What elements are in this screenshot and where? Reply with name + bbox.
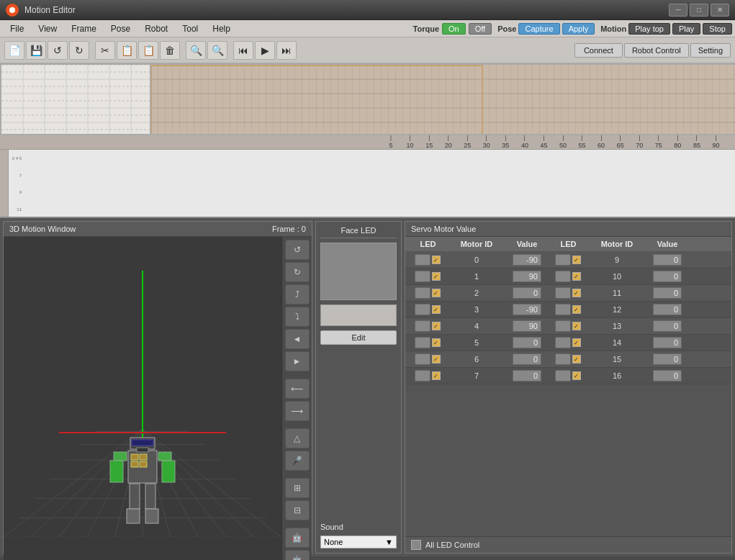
move-left-button[interactable]: ⟵ [285,379,310,399]
servo-val2-4[interactable]: 0 [646,318,689,334]
delete-button[interactable]: 🗑 [160,41,180,60]
triangle-btn[interactable]: △ [285,428,310,448]
servo-led1-3[interactable] [408,302,448,317]
zoom-button[interactable]: 🔍 [207,41,227,60]
servo-led2-5[interactable] [549,335,588,351]
setting-button[interactable]: Setting [690,43,731,58]
torque-off-button[interactable]: Off [469,23,492,35]
servo-val1-0[interactable]: -90 [505,252,549,268]
servo-val2-1[interactable]: 0 [646,268,689,284]
servo-led2-6[interactable] [549,351,588,367]
all-led-checkbox[interactable] [411,540,421,550]
servo-val1-4[interactable]: 90 [505,318,549,334]
servo-footer: All LED Control [405,536,731,553]
servo-led2-0[interactable] [549,252,588,268]
servo-motor-id2-6: 15 [588,351,646,367]
servo-val1-2[interactable]: 0 [505,285,549,301]
play-button[interactable]: Play [672,23,700,35]
svg-rect-54 [132,440,153,446]
servo-val2-2[interactable]: 0 [646,285,689,301]
servo-rows[interactable]: 0 -90 9 0 1 90 10 0 [405,252,731,536]
cut-button[interactable]: ✂ [95,41,115,60]
menu-pose[interactable]: Pose [104,22,137,35]
servo-led1-6[interactable] [408,351,448,367]
servo-val2-7[interactable]: 0 [646,368,689,384]
servo-table: LED Motor ID Value LED Motor ID Value 0 … [405,237,731,536]
minimize-button[interactable]: ─ [669,4,687,17]
servo-led1-7[interactable] [408,368,448,384]
servo-led1-4[interactable] [408,318,448,334]
new-button[interactable]: 📄 [4,41,24,60]
motion-group: Motion Play top Play Stop [600,23,732,35]
col-motor-id2: Motor ID [588,237,646,251]
timeline-grid[interactable]: 2 4 57911 [9,150,735,218]
title-text: Motion Editor [24,5,667,15]
grid-btn[interactable]: ⊞ [285,478,310,498]
servo-motor-id1-5: 5 [448,335,505,351]
undo-button[interactable]: ↺ [48,41,68,60]
pose-apply-button[interactable]: Apply [562,23,595,35]
face-led-edit-button[interactable]: Edit [320,330,397,345]
rewind-button[interactable]: ⏮ [233,41,253,60]
menu-tool[interactable]: Tool [175,22,205,35]
menu-robot[interactable]: Robot [137,22,175,35]
forward-button[interactable]: ⏭ [276,41,297,60]
motion-3d-viewport[interactable] [4,237,281,560]
tilt-up-button[interactable]: ⤴ [285,284,310,304]
play-btn[interactable]: ▶ [255,41,275,60]
maximize-button[interactable]: □ [690,4,708,17]
servo-led2-3[interactable] [549,302,588,317]
pose-capture-button[interactable]: Capture [518,23,559,35]
grid2-btn[interactable]: ⊟ [285,500,310,520]
close-button[interactable]: ✕ [711,4,729,17]
servo-val2-0[interactable]: 0 [646,252,689,268]
servo-val2-3[interactable]: 0 [646,302,689,317]
servo-val1-3[interactable]: -90 [505,302,549,317]
servo-led1-5[interactable] [408,335,448,351]
servo-val2-5[interactable]: 0 [646,335,689,351]
rotate-left-button[interactable]: ↺ [285,240,310,260]
servo-led1-0[interactable] [408,252,448,268]
sound-select[interactable]: None ▼ [320,536,397,548]
pan-left-button[interactable]: ◄ [285,329,310,349]
ruler-tick-15: 15 [425,135,433,149]
move-right-button[interactable]: ⟶ [285,401,310,421]
robot-a-button[interactable]: 🤖 [285,528,310,548]
menu-file[interactable]: File [3,22,31,35]
servo-led1-2[interactable] [408,285,448,301]
connect-button[interactable]: Connect [574,43,623,58]
robot-b-button[interactable]: 🤖 [285,550,310,560]
menu-frame[interactable]: Frame [64,22,104,35]
servo-led2-2[interactable] [549,285,588,301]
search-button[interactable]: 🔍 [186,41,206,60]
svg-rect-52 [131,461,138,467]
stop-button[interactable]: Stop [703,23,732,35]
servo-val2-6[interactable]: 0 [646,351,689,367]
torque-on-button[interactable]: On [442,23,466,35]
redo-button[interactable]: ↻ [69,41,89,60]
servo-val1-7[interactable]: 0 [505,368,549,384]
servo-val1-6[interactable]: 0 [505,351,549,367]
svg-rect-49 [145,509,158,523]
paste-button[interactable]: 📋 [138,41,158,60]
robot-control-button[interactable]: Robot Control [624,43,689,58]
servo-val1-1[interactable]: 90 [505,268,549,284]
mic-button[interactable]: 🎤 [285,451,310,471]
servo-panel: Servo Motor Value LED Motor ID Value LED… [405,221,732,554]
svg-rect-44 [158,452,171,461]
copy-button[interactable]: 📋 [117,41,137,60]
menu-help[interactable]: Help [205,22,238,35]
menu-view[interactable]: View [31,22,64,35]
rotate-right-button[interactable]: ↻ [285,262,310,282]
servo-led1-1[interactable] [408,268,448,284]
save-button[interactable]: 💾 [26,41,46,60]
svg-rect-53 [140,461,147,467]
servo-led2-4[interactable] [549,318,588,334]
servo-led2-1[interactable] [549,268,588,284]
play-top-button[interactable]: Play top [628,23,670,35]
servo-led2-7[interactable] [549,368,588,384]
pan-right-button[interactable]: ► [285,351,310,371]
servo-val1-5[interactable]: 0 [505,335,549,351]
tilt-down-button[interactable]: ⤵ [285,307,310,327]
ruler-tick-50: 50 [559,135,567,149]
